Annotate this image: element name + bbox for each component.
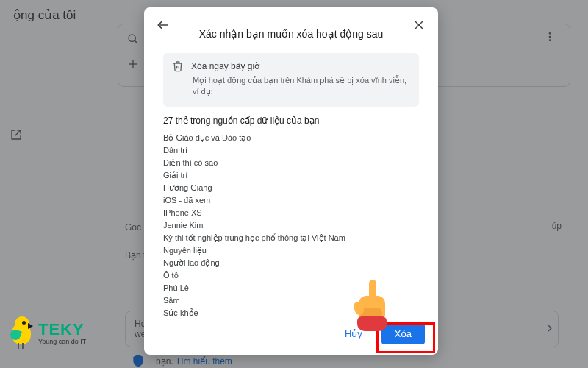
data-source-list: Bộ Giáo dục và Đào tạoDân tríĐiện thì có… bbox=[163, 132, 419, 316]
list-item: Sức khỏe bbox=[163, 307, 419, 316]
dialog-title: Xác nhận bạn muốn xóa hoạt động sau bbox=[157, 28, 425, 40]
info-description: Mọi hoạt động của bạn trên Khám phá sẽ b… bbox=[193, 75, 410, 98]
cancel-button[interactable]: Hủy bbox=[331, 323, 376, 344]
dialog-body[interactable]: Xóa ngay bây giờ Mọi hoạt động của bạn t… bbox=[144, 47, 438, 316]
dialog-header: Xác nhận bạn muốn xóa hoạt động sau bbox=[144, 7, 438, 47]
back-button[interactable] bbox=[154, 16, 172, 34]
section-title: 27 thẻ trong nguồn cấp dữ liệu của bạn bbox=[163, 116, 419, 126]
list-item: iOS - đã xem bbox=[163, 194, 419, 207]
trash-icon bbox=[172, 60, 184, 72]
list-item: Hương Giang bbox=[163, 182, 419, 194]
list-item: Sâm bbox=[163, 294, 419, 307]
teky-logo: TEKY Young can do IT bbox=[9, 316, 86, 349]
list-item: Kỳ thi tốt nghiệp trung học phổ thông tạ… bbox=[163, 232, 419, 244]
list-item: Dân trí bbox=[163, 144, 419, 157]
list-item: Giải trí bbox=[163, 169, 419, 182]
delete-button[interactable]: Xóa bbox=[381, 323, 425, 344]
list-item: IPhone XS bbox=[163, 207, 419, 219]
list-item: Ô tô bbox=[163, 269, 419, 282]
list-item: Người lao động bbox=[163, 257, 419, 269]
dialog-footer: Hủy Xóa bbox=[144, 316, 438, 355]
close-button[interactable] bbox=[410, 16, 428, 34]
logo-bird-icon bbox=[9, 316, 37, 349]
list-item: Nguyên liệu bbox=[163, 244, 419, 257]
delete-info-box: Xóa ngay bây giờ Mọi hoạt động của bạn t… bbox=[163, 53, 419, 107]
logo-sub-text: Young can do IT bbox=[38, 338, 86, 345]
list-item: Bộ Giáo dục và Đào tạo bbox=[163, 132, 419, 144]
info-title: Xóa ngay bây giờ bbox=[191, 61, 259, 71]
list-item: Phú Lê bbox=[163, 282, 419, 294]
logo-main-text: TEKY bbox=[38, 320, 86, 339]
list-item: Jennie Kim bbox=[163, 219, 419, 232]
list-item: Điện thì có sao bbox=[163, 157, 419, 169]
confirm-delete-dialog: Xác nhận bạn muốn xóa hoạt động sau Xóa … bbox=[144, 7, 438, 355]
